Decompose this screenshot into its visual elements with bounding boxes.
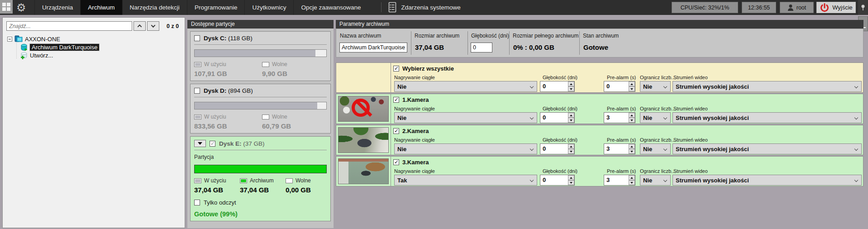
- limit-dropdown[interactable]: Nie: [640, 175, 671, 186]
- collapse-expander-icon[interactable]: [7, 37, 12, 42]
- recording-dropdown[interactable]: Nie: [394, 81, 537, 92]
- spin-down-button[interactable]: [568, 149, 574, 154]
- tab-urzadzenia[interactable]: Urządzenia: [34, 0, 80, 15]
- cpu-network-status[interactable]: CPU/Sieć: 32%/1%: [672, 2, 738, 13]
- spin-up-button[interactable]: [629, 175, 635, 180]
- triangle-up-icon: [570, 114, 572, 116]
- spin-up-button[interactable]: [629, 81, 635, 86]
- window-grid-button[interactable]: [0, 0, 13, 14]
- disk-e-used-value: 37,04 GB: [194, 186, 240, 194]
- spin-up-button[interactable]: [568, 81, 574, 86]
- disk-d-checkbox[interactable]: [194, 88, 200, 94]
- triangle-up-icon: [570, 177, 572, 179]
- row-checkbox[interactable]: [393, 128, 399, 134]
- prealarm-spinner[interactable]: 3: [604, 175, 635, 186]
- exit-button[interactable]: Wyjście: [816, 2, 856, 13]
- depth-spinner[interactable]: 0: [540, 112, 575, 123]
- spin-down-button[interactable]: [568, 86, 574, 91]
- spin-down-button[interactable]: [568, 118, 574, 123]
- stream-dropdown[interactable]: Strumień wysokiej jakości: [672, 175, 862, 186]
- camera-thumbnail: [338, 158, 389, 184]
- prealarm-spinner[interactable]: 3: [604, 143, 635, 154]
- tab-zdarzenia-systemowe[interactable]: Zdarzenia systemowe: [397, 0, 467, 15]
- spin-up-button[interactable]: [629, 144, 635, 149]
- chevron-down-icon: [663, 85, 667, 88]
- stream-column-label: Strumień wideo: [673, 137, 708, 143]
- row-checkbox[interactable]: [393, 66, 399, 72]
- chevron-down-icon: [663, 147, 667, 151]
- chevron-down-icon: [530, 116, 534, 119]
- triangle-up-icon: [570, 146, 572, 148]
- stream-column-label: Strumień wideo: [673, 75, 708, 80]
- row-divider: [391, 94, 391, 124]
- spin-down-button[interactable]: [629, 86, 635, 91]
- tab-archiwum[interactable]: Archiwum: [80, 0, 122, 15]
- prealarm-spinner[interactable]: 3: [604, 112, 635, 123]
- limit-dropdown[interactable]: Nie: [640, 143, 671, 154]
- spin-down-button[interactable]: [568, 180, 574, 185]
- row-label: 1.Kamera: [402, 96, 429, 103]
- spin-up-button[interactable]: [568, 113, 574, 118]
- tab-uzytkownicy[interactable]: Użytkownicy: [244, 0, 293, 15]
- search-input[interactable]: [6, 21, 132, 31]
- row-checkbox[interactable]: [393, 159, 399, 165]
- grid-icon: [2, 3, 6, 6]
- prealarm-column-label: Pre-alarm (s): [607, 168, 636, 174]
- tree-item-create[interactable]: Utwórz...: [20, 51, 99, 59]
- object-tree: AXXON-ONE Archiwum DarkTurquoise Utwórz.…: [7, 35, 99, 59]
- archive-depth-input[interactable]: [471, 43, 492, 52]
- gear-icon[interactable]: ⚙: [16, 0, 26, 14]
- archive-full-size-label: Rozmiar pełnego archiwum: [513, 33, 578, 39]
- used-swatch: [194, 114, 201, 119]
- depth-spinner[interactable]: 0: [540, 175, 575, 186]
- spin-up-button[interactable]: [568, 175, 574, 180]
- search-row: 0 z 0: [6, 21, 181, 31]
- stream-dropdown[interactable]: Strumień wysokiej jakości: [672, 112, 862, 123]
- readonly-label: Tylko odczyt: [204, 199, 236, 206]
- search-next-button[interactable]: [147, 21, 159, 31]
- disk-d-used-value: 833,56 GB: [194, 122, 262, 130]
- spin-down-button[interactable]: [629, 180, 635, 185]
- depth-column-label: Głębokość (dni): [543, 106, 577, 111]
- disk-e-dropdown-button[interactable]: [194, 140, 206, 147]
- tree-root-server[interactable]: AXXON-ONE: [7, 35, 99, 43]
- row-checkbox[interactable]: [393, 97, 399, 103]
- chevron-down-icon: [530, 147, 534, 151]
- disk-c-checkbox[interactable]: [194, 35, 200, 41]
- triangle-down-icon: [630, 182, 633, 184]
- tab-opcje-zaawansowane[interactable]: Opcje zaawansowane: [293, 0, 368, 15]
- depth-spinner[interactable]: 0: [540, 81, 575, 92]
- archive-name-input[interactable]: [339, 43, 407, 52]
- limit-dropdown[interactable]: Nie: [640, 112, 671, 123]
- tab-programowanie[interactable]: Programowanie: [187, 0, 245, 15]
- recording-dropdown[interactable]: Nie: [394, 143, 537, 154]
- tree-item-archive[interactable]: Archiwum DarkTurquoise: [20, 43, 99, 51]
- spin-down-button[interactable]: [629, 118, 635, 123]
- triangle-down-icon: [630, 88, 633, 90]
- depth-spinner[interactable]: 0: [540, 143, 575, 154]
- stream-dropdown[interactable]: Strumień wysokiej jakości: [672, 143, 862, 154]
- disk-e-checkbox[interactable]: [210, 141, 215, 147]
- camera-row: 2.Kamera Nagrywanie ciągłe Głębokość (dn…: [336, 125, 863, 155]
- user-button[interactable]: root: [780, 2, 814, 13]
- spin-up-button[interactable]: [568, 144, 574, 149]
- disk-c-free-value: 9,90 GB: [262, 70, 287, 77]
- disk-e-archive-value: 37,04 GB: [240, 186, 286, 194]
- prealarm-spinner[interactable]: 0: [604, 81, 635, 92]
- recording-dropdown[interactable]: Tak: [394, 175, 537, 186]
- stream-dropdown[interactable]: Strumień wysokiej jakości: [672, 81, 862, 92]
- search-prev-button[interactable]: [134, 21, 146, 31]
- spin-up-button[interactable]: [629, 113, 635, 118]
- readonly-checkbox[interactable]: [194, 200, 200, 205]
- spin-down-button[interactable]: [629, 149, 635, 154]
- clock[interactable]: 12:36:55: [742, 2, 776, 13]
- tab-narzedzia-detekcji[interactable]: Narzędzia detekcji: [122, 0, 187, 15]
- stream-column-label: Strumień wideo: [673, 106, 708, 111]
- disk-e-capacity: (37 GB): [243, 140, 264, 147]
- archive-state-label: Stan archiwum: [583, 33, 619, 39]
- pin-panel-button[interactable]: [858, 0, 868, 15]
- recording-dropdown[interactable]: Nie: [394, 112, 537, 123]
- recording-column-label: Nagrywanie ciągłe: [394, 75, 435, 80]
- free-swatch: [262, 62, 269, 67]
- limit-dropdown[interactable]: Nie: [640, 81, 671, 92]
